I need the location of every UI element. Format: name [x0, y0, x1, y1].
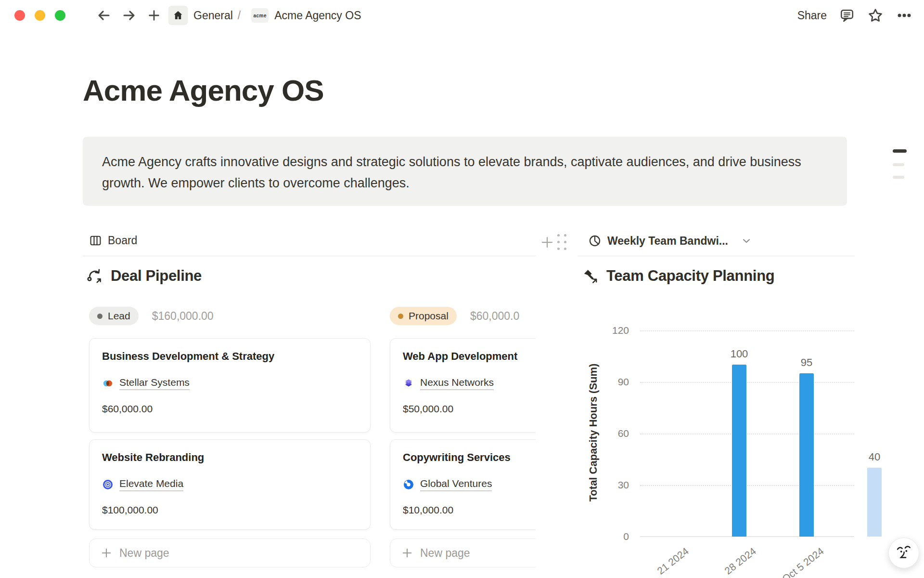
- client-page-link[interactable]: Elevate Media: [119, 478, 183, 491]
- y-tick: 0: [590, 531, 629, 542]
- card-amount: $60,000.00: [102, 403, 358, 415]
- board-tab-underline: [83, 256, 536, 256]
- bar[interactable]: [867, 468, 882, 537]
- outline-indicator[interactable]: [893, 149, 907, 153]
- elevate-media-logo-icon: [102, 479, 114, 490]
- card-title: Copywriting Services: [403, 451, 536, 464]
- status-label: Lead: [108, 310, 130, 322]
- y-tick: 60: [590, 428, 629, 439]
- column-header: Lead $160,000.00: [89, 306, 214, 326]
- page-title: Acme Agency OS: [83, 73, 324, 107]
- outline-indicator[interactable]: [893, 176, 904, 179]
- comment-icon[interactable]: [839, 8, 855, 23]
- x-tick-label: 21 2024: [655, 545, 691, 577]
- status-badge-proposal[interactable]: Proposal: [390, 307, 457, 325]
- new-page-label: New page: [420, 547, 470, 560]
- board-card[interactable]: Website Rebranding Elevate Media $100,00…: [89, 439, 371, 530]
- column-sum: $160,000.00: [152, 310, 214, 323]
- card-title: Website Rebranding: [102, 451, 358, 464]
- new-page-plus-icon: [401, 547, 413, 559]
- client-relation[interactable]: Elevate Media: [102, 478, 358, 491]
- column-header: Proposal $60,000.0: [390, 306, 519, 326]
- forward-icon[interactable]: [119, 6, 139, 25]
- client-relation[interactable]: Stellar Systems: [102, 377, 358, 390]
- card-title: Business Development & Strategy: [102, 350, 358, 363]
- zoom-window-button[interactable]: [55, 10, 65, 21]
- team-capacity-heading: Team Capacity Planning: [581, 267, 774, 285]
- bar-value-label: 100: [731, 348, 748, 360]
- card-amount: $100,000.00: [102, 504, 358, 516]
- topbar-actions: Share: [797, 0, 912, 31]
- x-tick-label: Oct 5 2024: [780, 545, 826, 578]
- nexus-networks-logo-icon: [403, 378, 414, 389]
- back-icon[interactable]: [94, 6, 114, 25]
- add-view-plus-icon[interactable]: [540, 235, 554, 250]
- bar[interactable]: [799, 373, 814, 537]
- share-button[interactable]: Share: [797, 9, 827, 22]
- minimize-window-button[interactable]: [35, 10, 45, 21]
- close-window-button[interactable]: [14, 10, 25, 21]
- home-icon[interactable]: [168, 6, 188, 25]
- client-relation[interactable]: Nexus Networks: [403, 377, 536, 390]
- bar-value-label: 95: [801, 356, 812, 369]
- client-relation[interactable]: Global Ventures: [403, 478, 536, 491]
- board-card[interactable]: Web App Development Nexus Networks $50,0…: [390, 338, 536, 433]
- bar-group: 40: [855, 330, 894, 537]
- new-page-plus-icon: [100, 547, 113, 559]
- new-page-button[interactable]: New page: [89, 539, 371, 567]
- status-dot: [97, 314, 103, 319]
- tab-chart-view[interactable]: Weekly Team Bandwi...: [588, 234, 752, 248]
- bar-value-label: 40: [869, 451, 880, 463]
- ai-face-icon: [895, 543, 913, 563]
- deal-pipeline-board: Lead $160,000.00 Business Development & …: [83, 303, 536, 578]
- board-card[interactable]: Copywriting Services Global Ventures $10…: [390, 439, 536, 530]
- chart-tab-label: Weekly Team Bandwi...: [607, 235, 728, 248]
- y-tick: 120: [590, 325, 629, 336]
- breadcrumb-separator: /: [238, 9, 241, 22]
- bar-group: 100: [720, 330, 758, 537]
- app-window: { "topbar": { "share_label": "Share", "b…: [0, 0, 924, 578]
- tab-board-view[interactable]: Board: [89, 234, 137, 247]
- column-sum: $60,000.0: [470, 310, 519, 323]
- client-page-link[interactable]: Stellar Systems: [119, 377, 190, 390]
- deal-pipeline-title: Deal Pipeline: [111, 267, 202, 285]
- pipeline-cycle-icon: [86, 267, 104, 285]
- new-tab-plus-icon[interactable]: [144, 6, 164, 25]
- drag-handle-icon[interactable]: [557, 234, 567, 250]
- status-dot: [398, 314, 403, 319]
- sidebar-toggle-icon[interactable]: [74, 6, 89, 25]
- chart-plot-area: 100 95 40: [640, 330, 854, 537]
- outline-indicator[interactable]: [893, 163, 904, 166]
- chart-tab-underline: [578, 256, 855, 256]
- hammer-icon: [581, 267, 600, 285]
- more-options-icon[interactable]: [896, 7, 912, 24]
- x-tick-label: 28 2024: [722, 545, 758, 577]
- ai-assistant-button[interactable]: [888, 538, 919, 568]
- card-amount: $50,000.00: [403, 403, 536, 415]
- new-page-button[interactable]: New page: [390, 539, 536, 567]
- pie-chart-icon: [588, 234, 602, 248]
- new-page-label: New page: [119, 547, 169, 560]
- client-page-link[interactable]: Global Ventures: [420, 478, 492, 491]
- bar-group: 95: [787, 330, 826, 537]
- status-label: Proposal: [409, 310, 449, 322]
- board-tab-label: Board: [108, 234, 137, 247]
- card-amount: $10,000.00: [403, 504, 536, 516]
- favorite-star-icon[interactable]: [867, 7, 884, 24]
- topbar: General / acme Acme Agency OS Share: [0, 0, 924, 31]
- breadcrumb-page[interactable]: Acme Agency OS: [274, 9, 361, 22]
- status-badge-lead[interactable]: Lead: [89, 307, 139, 325]
- global-ventures-logo-icon: [403, 479, 414, 490]
- bar[interactable]: [732, 365, 746, 537]
- callout-block: Acme Agency crafts innovative designs an…: [83, 137, 847, 206]
- board-card[interactable]: Business Development & Strategy Stellar …: [89, 338, 371, 433]
- breadcrumb-root[interactable]: General: [193, 9, 233, 22]
- team-capacity-title: Team Capacity Planning: [606, 267, 774, 285]
- chevron-down-icon: [741, 235, 752, 247]
- board-icon: [89, 234, 102, 247]
- stellar-systems-logo-icon: [102, 378, 114, 389]
- capacity-bar-chart: Total Capacity Hours (Sum) 120 90 60 30 …: [578, 308, 859, 578]
- client-page-link[interactable]: Nexus Networks: [420, 377, 494, 390]
- page-icon: acme: [251, 8, 269, 23]
- card-title: Web App Development: [403, 350, 536, 363]
